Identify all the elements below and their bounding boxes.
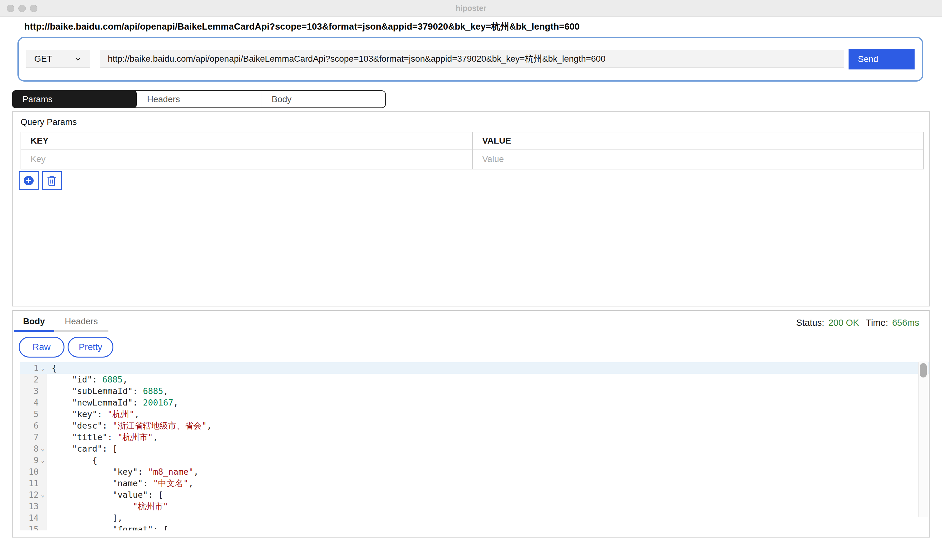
code-text: "key": "m8_name",: [47, 466, 199, 477]
response-body-editor[interactable]: 1⌄{2 "id": 6885,3 "subLemmaId": 6885,4 "…: [20, 361, 929, 531]
line-number: 14: [20, 512, 38, 523]
line-number: 10: [20, 466, 38, 477]
active-tab-underline: [14, 330, 54, 332]
code-line: 11 "name": "中文名",: [20, 477, 929, 489]
scrollbar-thumb[interactable]: [920, 363, 927, 377]
fold-chevron-icon[interactable]: ⌄: [38, 443, 47, 454]
params-panel: Query Params KEY VALUE: [12, 111, 930, 306]
code-line: 7 "title": "杭州市",: [20, 431, 929, 443]
code-line: 14 ],: [20, 512, 929, 523]
code-text: {: [47, 362, 57, 374]
code-text: "desc": "浙江省辖地级市、省会",: [47, 420, 212, 431]
fold-spacer: [38, 385, 47, 397]
query-params-title: Query Params: [20, 117, 77, 127]
param-actions: [19, 171, 62, 190]
method-select[interactable]: GET: [26, 50, 90, 68]
fold-chevron-icon[interactable]: ⌄: [38, 362, 47, 374]
request-url-heading: http://baike.baidu.com/api/openapi/Baike…: [24, 20, 580, 33]
code-line: 4 "newLemmaId": 200167,: [20, 397, 929, 408]
plus-circle-icon: [23, 176, 34, 186]
line-number: 13: [20, 500, 38, 512]
line-number: 4: [20, 397, 38, 408]
tab-params[interactable]: Params: [12, 90, 137, 108]
delete-param-button[interactable]: [42, 171, 62, 190]
request-tabs: Params Headers Body: [12, 90, 386, 108]
line-number: 11: [20, 477, 38, 489]
response-view-buttons: Raw Pretty: [19, 337, 113, 358]
code-line: 5 "key": "杭州",: [20, 408, 929, 420]
line-number: 9: [20, 454, 38, 466]
table-row: [21, 149, 923, 169]
fold-spacer: [38, 500, 47, 512]
code-line: 10 "key": "m8_name",: [20, 466, 929, 477]
fold-chevron-icon[interactable]: ⌄: [38, 489, 47, 500]
send-button[interactable]: Send: [848, 49, 914, 69]
method-select-value: GET: [34, 54, 52, 64]
fold-spacer: [38, 374, 47, 385]
code-text: "card": [: [47, 443, 117, 454]
column-header-value: VALUE: [472, 132, 923, 149]
code-line: 15 "format": [: [20, 523, 929, 531]
request-bar: GET Send: [17, 37, 923, 82]
fold-chevron-icon[interactable]: ⌄: [38, 454, 47, 466]
fold-spacer: [38, 477, 47, 489]
code-line: 13 "杭州市": [20, 500, 929, 512]
time-value: 656ms: [892, 318, 919, 328]
code-text: "format": [: [47, 523, 168, 531]
line-number: 15: [20, 523, 38, 531]
line-number: 1: [20, 362, 38, 374]
code-line: 6 "desc": "浙江省辖地级市、省会",: [20, 420, 929, 431]
line-number: 3: [20, 385, 38, 397]
fold-spacer: [38, 512, 47, 523]
url-input[interactable]: [100, 50, 844, 68]
trash-icon: [46, 175, 57, 186]
response-tab-headers[interactable]: Headers: [54, 311, 108, 332]
line-number: 8: [20, 443, 38, 454]
column-header-key: KEY: [21, 132, 472, 149]
code-line: 3 "subLemmaId": 6885,: [20, 385, 929, 397]
response-panel: Body Headers Status: 200 OK Time: 656ms …: [12, 310, 930, 538]
line-number: 5: [20, 408, 38, 420]
fold-spacer: [38, 408, 47, 420]
code-text: "id": 6885,: [47, 374, 128, 385]
pretty-button[interactable]: Pretty: [68, 337, 113, 358]
fold-spacer: [38, 523, 47, 531]
fold-spacer: [38, 431, 47, 443]
response-tab-body[interactable]: Body: [14, 311, 54, 332]
param-value-input[interactable]: [473, 149, 923, 169]
param-key-input[interactable]: [21, 149, 472, 169]
code-text: "key": "杭州",: [47, 408, 140, 420]
code-text: ],: [47, 512, 123, 523]
code-text: {: [47, 454, 97, 466]
tab-body[interactable]: Body: [261, 91, 385, 108]
time-label: Time:: [866, 318, 888, 328]
chevron-down-icon: [74, 54, 82, 63]
add-param-button[interactable]: [19, 171, 38, 190]
editor-scrollbar[interactable]: [918, 362, 928, 517]
code-text: "subLemmaId": 6885,: [47, 385, 168, 397]
window-title: hiposter: [0, 4, 942, 13]
inactive-tab-underline: [54, 330, 108, 332]
status-label: Status:: [796, 318, 824, 328]
raw-button[interactable]: Raw: [19, 337, 65, 358]
fold-spacer: [38, 397, 47, 408]
code-line: 9⌄ {: [20, 454, 929, 466]
tab-headers[interactable]: Headers: [137, 91, 261, 108]
code-text: "title": "杭州市",: [47, 431, 158, 443]
code-text: "value": [: [47, 489, 163, 500]
line-number: 12: [20, 489, 38, 500]
code-line: 8⌄ "card": [: [20, 443, 929, 454]
window-titlebar: hiposter: [0, 0, 942, 17]
fold-spacer: [38, 466, 47, 477]
status-value: 200 OK: [828, 318, 859, 328]
line-number: 7: [20, 431, 38, 443]
response-status-line: Status: 200 OK Time: 656ms: [796, 318, 919, 328]
code-line: 1⌄{: [20, 362, 929, 374]
table-header-row: KEY VALUE: [21, 132, 923, 149]
code-text: "name": "中文名",: [47, 477, 194, 489]
hiposter-app: hiposter http://baike.baidu.com/api/open…: [0, 0, 942, 560]
code-line: 2 "id": 6885,: [20, 374, 929, 385]
line-number: 6: [20, 420, 38, 431]
query-params-table: KEY VALUE: [20, 132, 924, 169]
code-text: "杭州市": [47, 500, 168, 512]
